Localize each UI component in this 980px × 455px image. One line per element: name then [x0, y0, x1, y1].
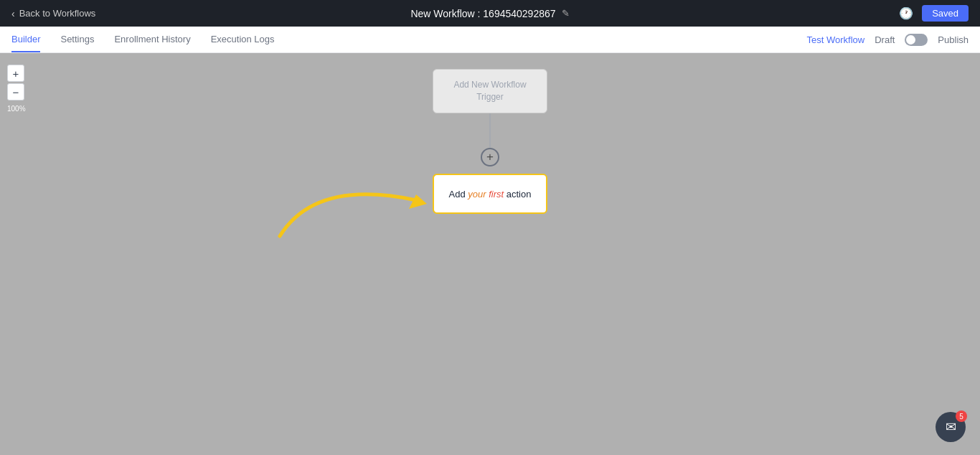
edit-icon[interactable]: ✎: [562, 8, 570, 19]
test-workflow-button[interactable]: Test Workflow: [807, 34, 865, 45]
zoom-in-button[interactable]: +: [7, 65, 24, 82]
zoom-controls: + − 100%: [7, 65, 26, 113]
top-bar: ‹ Back to Workflows New Workflow : 16945…: [0, 0, 980, 27]
arrow-annotation: [258, 164, 438, 250]
tab-execution-logs[interactable]: Execution Logs: [211, 27, 275, 52]
workflow-title: New Workflow : 1694540292867 ✎: [410, 8, 569, 19]
tabs: Builder Settings Enrollment History Exec…: [11, 27, 275, 52]
chat-badge: 5: [956, 411, 967, 422]
draft-label: Draft: [875, 34, 895, 45]
workflow-trigger-box[interactable]: Add New Workflow Trigger: [433, 69, 547, 113]
trigger-text: Add New Workflow Trigger: [453, 79, 526, 103]
tab-bar-right: Test Workflow Draft Publish: [807, 34, 969, 46]
highlight-your: your: [468, 189, 486, 200]
add-step-button[interactable]: +: [481, 148, 499, 166]
back-label: Back to Workflows: [19, 8, 96, 19]
highlight-first: first: [489, 189, 504, 200]
tab-enrollment-history[interactable]: Enrollment History: [114, 27, 190, 52]
tab-bar: Builder Settings Enrollment History Exec…: [0, 27, 980, 53]
add-first-action-box[interactable]: Add your first action: [433, 174, 547, 214]
toggle-knob: [906, 35, 915, 44]
workflow-canvas: + − 100% Add New Workflow Trigger + Add …: [0, 53, 980, 455]
saved-button[interactable]: Saved: [922, 5, 969, 22]
draft-publish-toggle[interactable]: [905, 34, 928, 46]
clock-icon[interactable]: 🕐: [899, 6, 913, 20]
connector-line: [490, 113, 491, 149]
action-text: Add your first action: [449, 189, 532, 200]
workflow-title-text: New Workflow : 1694540292867: [410, 8, 555, 19]
back-to-workflows-button[interactable]: ‹ Back to Workflows: [11, 8, 95, 19]
chat-bubble[interactable]: ✉ 5: [936, 412, 966, 442]
tab-settings[interactable]: Settings: [60, 27, 94, 52]
publish-label[interactable]: Publish: [938, 34, 969, 45]
svg-marker-0: [409, 194, 427, 209]
zoom-level-label: 100%: [7, 105, 26, 113]
tab-builder[interactable]: Builder: [11, 27, 40, 52]
chat-icon: ✉: [946, 419, 956, 435]
back-arrow-icon: ‹: [11, 8, 15, 19]
top-bar-right: 🕐 Saved: [899, 5, 969, 22]
zoom-out-button[interactable]: −: [7, 83, 24, 100]
